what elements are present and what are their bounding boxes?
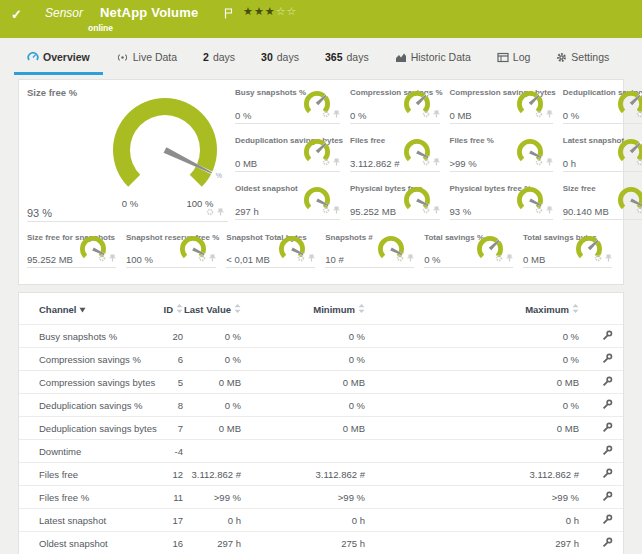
pin-icon[interactable] <box>506 248 513 266</box>
pin-icon[interactable] <box>546 152 553 170</box>
gear-icon[interactable] <box>636 152 642 170</box>
gauge-tile-files-free-[interactable]: Files free % >99 % <box>450 130 556 178</box>
channel-row[interactable]: Latest snapshot 17 0 h 0 h 0 h <box>19 509 624 532</box>
gear-icon[interactable] <box>495 248 503 266</box>
channel-maximum: >99 % <box>365 486 579 509</box>
pin-icon[interactable] <box>407 248 414 266</box>
pause-flag-icon[interactable] <box>224 5 234 23</box>
pin-icon[interactable] <box>433 104 440 122</box>
pin-icon[interactable] <box>217 202 224 220</box>
gear-icon[interactable] <box>322 200 330 218</box>
gauge-tile-snapshot-total-bytes[interactable]: Snapshot Total bytes < 0,01 MB <box>226 227 318 274</box>
channel-maximum: 0 % <box>365 348 579 371</box>
channel-maximum: 0 MB <box>365 371 579 394</box>
gauge-value: 93 % <box>450 206 472 217</box>
tab-overview[interactable]: Overview <box>14 42 103 75</box>
channel-row[interactable]: Oldest snapshot 16 297 h 275 h 297 h <box>19 532 624 554</box>
gauge-tile-total-savings-bytes[interactable]: Total savings bytes 0 MB <box>523 227 615 274</box>
channel-settings-icon[interactable] <box>602 468 613 479</box>
gauges-panel: Size free % % 0 % 100 % 93 % Busy snapsh… <box>18 79 624 285</box>
pin-icon[interactable] <box>546 104 553 122</box>
gear-icon[interactable] <box>98 248 106 266</box>
gauge-tile-size-free-for-snapshots[interactable]: Size free for snapshots 95.252 MB <box>27 227 119 274</box>
channel-row[interactable]: Files free 12 3.112.862 # 3.112.862 # 3.… <box>19 463 624 486</box>
column-maximum[interactable]: Maximum <box>365 297 579 325</box>
gauge-tile-compression-savings-bytes[interactable]: Compression savings bytes 0 MB <box>450 82 556 130</box>
column-id[interactable]: ID <box>159 297 183 325</box>
channel-minimum: 0 MB <box>241 417 365 440</box>
channel-settings-icon[interactable] <box>602 422 613 433</box>
tab-settings[interactable]: Settings <box>543 42 622 75</box>
gear-icon[interactable] <box>535 152 543 170</box>
channel-settings-icon[interactable] <box>602 514 613 525</box>
gear-icon[interactable] <box>535 200 543 218</box>
tab-days[interactable]: 30 days <box>248 42 312 75</box>
tab-live-data[interactable]: Live Data <box>103 42 190 75</box>
tab-historic-data[interactable]: Historic Data <box>382 42 484 75</box>
gauge-tile-latest-snapshot[interactable]: Latest snapshot 0 h <box>563 130 642 178</box>
channel-row[interactable]: Compression savings bytes 5 0 MB 0 MB 0 … <box>19 371 624 394</box>
gear-icon[interactable] <box>535 104 543 122</box>
column-channel[interactable]: Channel <box>19 297 159 325</box>
pin-icon[interactable] <box>333 152 340 170</box>
sort-icon <box>176 304 183 315</box>
tab-days[interactable]: 365 days <box>312 42 382 75</box>
column-minimum[interactable]: Minimum <box>241 297 365 325</box>
gauge-tile-physical-bytes-free-[interactable]: Physical bytes free % 93 % <box>450 178 556 226</box>
channel-row[interactable]: Deduplication savings % 8 0 % 0 % 0 % <box>19 394 624 417</box>
gear-icon[interactable] <box>198 248 206 266</box>
gauge-tile-size-free[interactable]: Size free 90.140 MB <box>563 178 642 226</box>
gear-icon[interactable] <box>322 104 330 122</box>
tab-days[interactable]: 2 days <box>190 42 248 75</box>
channel-settings-icon[interactable] <box>602 399 613 410</box>
priority-stars[interactable]: ★★★☆☆ <box>243 5 297 18</box>
channel-settings-icon[interactable] <box>602 330 613 341</box>
gauge-tile-snapshots-[interactable]: Snapshots # 10 # <box>325 227 417 274</box>
channel-settings-icon[interactable] <box>602 353 613 364</box>
gear-icon[interactable] <box>422 200 430 218</box>
sort-icon <box>234 304 241 315</box>
gauge-tile-physical-bytes-free[interactable]: Physical bytes free 95.252 MB <box>350 178 442 226</box>
channel-row[interactable]: Compression savings % 6 0 % 0 % 0 % <box>19 348 624 371</box>
pin-icon[interactable] <box>433 152 440 170</box>
gauge-tile-deduplication-savings-bytes[interactable]: Deduplication savings bytes 0 MB <box>235 130 343 178</box>
gauge-value: 297 h <box>235 206 259 217</box>
gauge-tile-deduplication-savings-[interactable]: Deduplication savings % 0 % <box>563 82 642 130</box>
gauge-tile-busy-snapshots-[interactable]: Busy snapshots % 0 % <box>235 82 343 130</box>
pin-icon[interactable] <box>308 248 315 266</box>
gear-icon[interactable] <box>594 248 602 266</box>
channel-row[interactable]: Busy snapshots % 20 0 % 0 % 0 % <box>19 325 624 348</box>
pin-icon[interactable] <box>333 200 340 218</box>
channel-settings-icon[interactable] <box>602 537 613 548</box>
channel-settings-icon[interactable] <box>602 445 613 456</box>
channel-minimum <box>241 440 365 463</box>
pin-icon[interactable] <box>546 200 553 218</box>
pin-icon[interactable] <box>209 248 216 266</box>
gauge-tile-oldest-snapshot[interactable]: Oldest snapshot 297 h <box>235 178 343 226</box>
channel-row[interactable]: Downtime -4 <box>19 440 624 463</box>
gear-icon[interactable] <box>322 152 330 170</box>
gear-icon[interactable] <box>422 152 430 170</box>
pin-icon[interactable] <box>605 248 612 266</box>
column-last-value[interactable]: Last Value <box>183 297 241 325</box>
pin-icon[interactable] <box>109 248 116 266</box>
pin-icon[interactable] <box>433 200 440 218</box>
gear-icon[interactable] <box>636 104 642 122</box>
gauge-tile-snapshot-reserve-free-[interactable]: Snapshot reserve free % 100 % <box>126 227 219 274</box>
chart-icon <box>395 52 407 63</box>
gear-icon[interactable] <box>206 202 214 220</box>
channel-settings-icon[interactable] <box>602 491 613 502</box>
channel-row[interactable]: Files free % 11 >99 % >99 % >99 % <box>19 486 624 509</box>
channel-settings-icon[interactable] <box>602 376 613 387</box>
pin-icon[interactable] <box>333 104 340 122</box>
tab-log[interactable]: Log <box>484 42 544 75</box>
main-gauge-tile[interactable]: Size free % % 0 % 100 % 93 % <box>27 82 231 227</box>
gear-icon[interactable] <box>636 200 642 218</box>
gauge-tile-total-savings-[interactable]: Total savings % 0 % <box>424 227 516 274</box>
gear-icon[interactable] <box>297 248 305 266</box>
gauge-tile-compression-savings-[interactable]: Compression savings % 0 % <box>350 82 442 130</box>
gauge-tile-files-free[interactable]: Files free 3.112.862 # <box>350 130 442 178</box>
channel-row[interactable]: Deduplication savings bytes 7 0 MB 0 MB … <box>19 417 624 440</box>
gear-icon[interactable] <box>422 104 430 122</box>
gear-icon[interactable] <box>396 248 404 266</box>
